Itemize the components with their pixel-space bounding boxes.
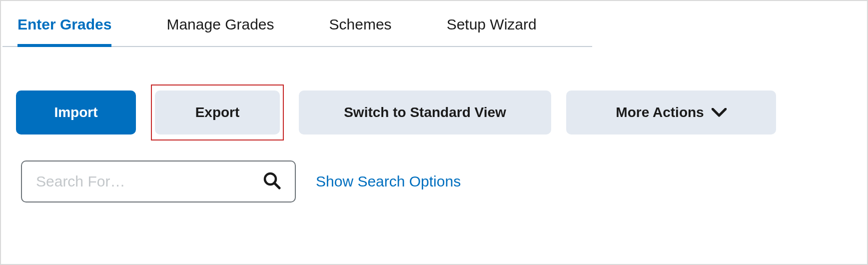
more-actions-label: More Actions [616, 104, 704, 120]
tab-enter-grades[interactable]: Enter Grades [17, 16, 111, 47]
switch-view-button[interactable]: Switch to Standard View [299, 90, 551, 134]
search-box [21, 160, 296, 202]
more-actions-button[interactable]: More Actions [566, 90, 776, 134]
search-row: Show Search Options [1, 160, 867, 222]
tab-setup-wizard[interactable]: Setup Wizard [447, 16, 537, 46]
action-toolbar: Import Export Switch to Standard View Mo… [1, 47, 867, 160]
chevron-down-icon [712, 104, 727, 120]
tabs-bar: Enter Grades Manage Grades Schemes Setup… [2, 1, 592, 47]
export-highlight: Export [151, 84, 284, 140]
tab-schemes[interactable]: Schemes [329, 16, 392, 46]
tab-manage-grades[interactable]: Manage Grades [166, 16, 274, 46]
svg-line-1 [274, 183, 279, 188]
search-icon[interactable] [263, 172, 281, 192]
import-button[interactable]: Import [16, 90, 136, 134]
export-button[interactable]: Export [155, 90, 280, 134]
search-input[interactable] [36, 173, 263, 190]
show-search-options-link[interactable]: Show Search Options [316, 173, 461, 190]
